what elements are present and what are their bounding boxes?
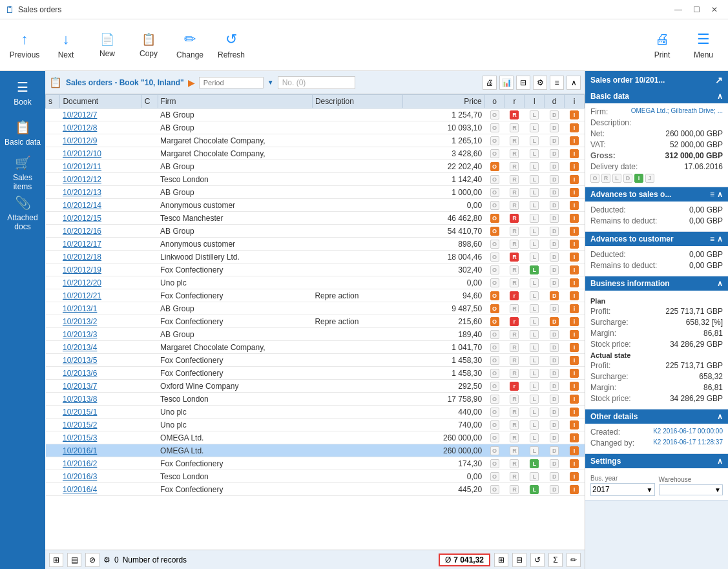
cell-status-r[interactable]: R (504, 431, 525, 444)
cell-status-r[interactable]: R (504, 354, 525, 367)
status-badge-r[interactable]: R (510, 214, 519, 223)
bottom-icon-4[interactable]: Σ (548, 553, 563, 567)
status-btn-r[interactable]: R (601, 174, 610, 183)
cell-status-d[interactable]: D (545, 173, 565, 186)
cell-status-r[interactable]: R (504, 238, 525, 251)
status-badge-d[interactable]: D (550, 420, 559, 429)
status-badge-i[interactable]: I (570, 485, 579, 494)
cell-status-d[interactable]: D (545, 199, 565, 212)
status-badge-o[interactable]: O (490, 472, 499, 481)
sidebar-item-basic-data[interactable]: 📋 Basic data (3, 114, 43, 152)
status-badge-i[interactable]: I (570, 343, 579, 352)
cell-status-d[interactable]: D (545, 212, 565, 225)
advances-collapse-icon[interactable]: ∧ (717, 190, 723, 199)
status-badge-d[interactable]: D (550, 408, 559, 417)
table-row[interactable]: 10/2012/11AB Group22 202,40ORLDi (46, 160, 585, 173)
status-badge-d[interactable]: D (550, 304, 559, 313)
cell-status-o[interactable]: O (484, 444, 504, 457)
external-link-icon[interactable]: ↗ (715, 75, 723, 85)
cell-status-i[interactable]: I (565, 109, 585, 121)
col-firm[interactable]: Firm (158, 95, 312, 109)
cell-status-r[interactable]: R (504, 393, 525, 406)
cell-status-i[interactable]: I (565, 186, 585, 199)
cell-status-i[interactable]: I (565, 328, 585, 341)
cell-status-o[interactable]: O (484, 289, 504, 302)
status-badge-l[interactable]: L (530, 201, 539, 210)
settings-table-button[interactable]: ⚙ (533, 76, 547, 90)
cell-doc[interactable]: 10/2012/19 (60, 264, 141, 276)
status-badge-r[interactable]: R (510, 472, 519, 481)
status-badge-l[interactable]: L (530, 433, 539, 442)
status-badge-d[interactable]: D (550, 175, 559, 184)
cell-status-o[interactable]: O (484, 302, 504, 315)
cell-doc[interactable]: 10/2012/17 (60, 238, 141, 251)
cell-status-r[interactable]: R (504, 367, 525, 380)
table-row[interactable]: 10/2016/3Tesco London0,00ORLDI (46, 470, 585, 483)
status-badge-o[interactable]: O (490, 382, 499, 391)
table-row[interactable]: 10/2012/16AB Group54 410,70ORLDI (46, 225, 585, 238)
table-row[interactable]: 10/2012/10Margaret Chocolate Company,3 4… (46, 147, 585, 160)
cell-status-l[interactable]: L (525, 406, 545, 419)
status-badge-l[interactable]: L (530, 369, 539, 378)
cell-status-r[interactable]: R (504, 264, 525, 276)
col-document[interactable]: Document (60, 95, 141, 109)
status-badge-l[interactable]: L (530, 188, 539, 197)
status-badge-r[interactable]: R (510, 265, 519, 274)
cell-status-l[interactable]: L (525, 419, 545, 431)
table-row[interactable]: 10/2016/2Fox Confectionery174,30ORLDI (46, 457, 585, 470)
section-header-other[interactable]: Other details ∧ (585, 409, 728, 424)
status-badge-l[interactable]: L (530, 253, 539, 262)
status-badge-r[interactable]: R (510, 433, 519, 442)
no-filter[interactable]: No. (0) (278, 76, 355, 89)
bottom-icon-5[interactable]: ✏ (567, 553, 581, 567)
cell-status-o[interactable]: O (484, 199, 504, 212)
status-badge-l[interactable]: L (530, 356, 539, 365)
cell-doc[interactable]: 10/2012/11 (60, 160, 141, 173)
cell-status-l[interactable]: L (525, 483, 545, 496)
status-badge-i[interactable]: I (570, 330, 579, 339)
table-row[interactable]: 10/2012/14Anonymous customer0,00ORLDI (46, 199, 585, 212)
status-badge-i[interactable]: I (570, 420, 579, 429)
cell-status-d[interactable]: D (545, 328, 565, 341)
cell-status-i[interactable]: I (565, 289, 585, 302)
status-badge-r[interactable]: r (510, 317, 519, 326)
cell-status-l[interactable]: L (525, 121, 545, 134)
cell-status-r[interactable]: R (504, 470, 525, 483)
status-badge-r[interactable]: r (510, 382, 519, 391)
cell-doc[interactable]: 10/2013/3 (60, 328, 141, 341)
status-btn-i[interactable]: I (634, 174, 643, 183)
section-header-business[interactable]: Business information ∧ (585, 276, 728, 291)
advances-list-icon[interactable]: ≡ (710, 190, 714, 199)
status-badge-l[interactable]: L (530, 485, 539, 494)
status-badge-l[interactable]: L (530, 304, 539, 313)
cell-status-i[interactable]: I (565, 354, 585, 367)
cell-status-d[interactable]: D (545, 276, 565, 289)
table-row[interactable]: 10/2012/13AB Group1 000,00ORLDI (46, 186, 585, 199)
status-btn-d[interactable]: D (623, 174, 632, 183)
cell-status-r[interactable]: R (504, 121, 525, 134)
cell-doc[interactable]: 10/2012/12 (60, 173, 141, 186)
cell-status-r[interactable]: R (504, 147, 525, 160)
status-badge-i[interactable]: I (570, 214, 579, 223)
cell-status-d[interactable]: D (545, 289, 565, 302)
cell-status-l[interactable]: L (525, 160, 545, 173)
status-badge-l[interactable]: L (530, 420, 539, 429)
status-badge-i[interactable]: I (570, 408, 579, 417)
cell-status-r[interactable]: R (504, 341, 525, 354)
cell-status-o[interactable]: O (484, 147, 504, 160)
cell-doc[interactable]: 10/2012/14 (60, 199, 141, 212)
table-row[interactable]: 10/2013/6Fox Confectionery1 458,30ORLDI (46, 367, 585, 380)
cell-status-i[interactable]: I (565, 457, 585, 470)
change-button[interactable]: ✏ Change (171, 23, 209, 68)
cell-status-i[interactable]: i (565, 160, 585, 173)
status-badge-l[interactable]: L (530, 408, 539, 417)
cell-status-o[interactable]: O (484, 186, 504, 199)
status-badge-o[interactable]: O (490, 149, 499, 158)
chart-button[interactable]: 📊 (499, 76, 514, 90)
cell-status-r[interactable]: R (504, 212, 525, 225)
status-badge-r[interactable]: r (510, 291, 519, 300)
status-badge-d[interactable]: D (550, 330, 559, 339)
table-row[interactable]: 10/2012/20Uno plc0,00ORLDI (46, 276, 585, 289)
cell-doc[interactable]: 10/2012/15 (60, 212, 141, 225)
cell-status-o[interactable]: O (484, 315, 504, 328)
